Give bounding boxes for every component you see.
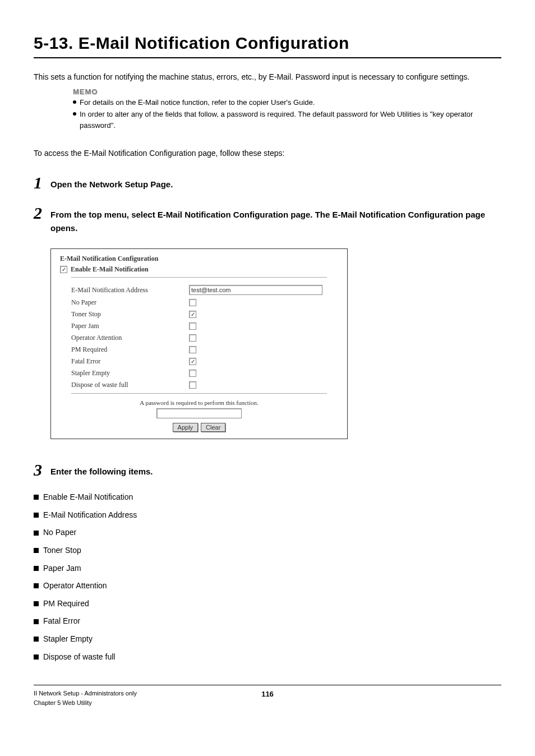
option-row: Dispose of waste full bbox=[60, 379, 338, 391]
memo-text: In order to alter any of the fields that… bbox=[80, 109, 501, 132]
memo-text: For details on the E-Mail notice functio… bbox=[80, 97, 315, 109]
list-item: Stapler Empty bbox=[34, 634, 501, 645]
list-item: Paper Jam bbox=[34, 563, 501, 574]
square-bullet-icon bbox=[34, 531, 39, 536]
step-number: 3 bbox=[34, 462, 50, 478]
list-item-text: Enable E-Mail Notification bbox=[43, 492, 133, 503]
option-checkbox[interactable] bbox=[189, 381, 196, 389]
password-input[interactable] bbox=[156, 408, 242, 418]
page-footer: II Network Setup - Administrators only C… bbox=[34, 689, 501, 707]
option-row: Fatal Error ✓ bbox=[60, 356, 338, 367]
memo-item: In order to alter any of the fields that… bbox=[73, 109, 501, 132]
list-item: PM Required bbox=[34, 598, 501, 610]
list-item: E-Mail Notification Address bbox=[34, 510, 501, 521]
option-row: Operator Attention bbox=[60, 332, 338, 344]
step-text: Enter the following items. bbox=[50, 465, 153, 478]
step-number: 2 bbox=[34, 205, 50, 222]
option-checkbox[interactable] bbox=[189, 334, 196, 342]
bullet-icon bbox=[73, 112, 76, 116]
enable-label: Enable E-Mail Notification bbox=[71, 265, 149, 274]
form-heading: E-Mail Notification Configuration bbox=[60, 255, 338, 263]
option-checkbox[interactable] bbox=[189, 299, 196, 306]
option-label: Operator Attention bbox=[71, 334, 189, 342]
square-bullet-icon bbox=[34, 548, 39, 553]
bullet-icon bbox=[73, 100, 76, 104]
title-rule bbox=[34, 57, 501, 58]
apply-button[interactable]: Apply bbox=[173, 423, 199, 432]
list-item: Enable E-Mail Notification bbox=[34, 492, 501, 503]
option-checkbox[interactable] bbox=[189, 370, 196, 377]
step-1: 1 Open the Network Setup Page. bbox=[34, 174, 501, 191]
option-checkbox[interactable]: ✓ bbox=[189, 311, 196, 318]
step-2: 2 From the top menu, select E-Mail Notif… bbox=[34, 205, 501, 235]
option-row: No Paper bbox=[60, 297, 338, 308]
option-row: PM Required bbox=[60, 344, 338, 356]
list-item-text: Toner Stop bbox=[43, 545, 81, 556]
option-label: PM Required bbox=[71, 345, 189, 354]
square-bullet-icon bbox=[34, 495, 39, 500]
access-line: To access the E-Mail Notification Config… bbox=[34, 149, 501, 158]
list-item-text: Stapler Empty bbox=[43, 634, 93, 645]
square-bullet-icon bbox=[34, 513, 39, 518]
option-row: Stapler Empty bbox=[60, 367, 338, 379]
list-item: Operator Attention bbox=[34, 580, 501, 592]
password-message: A password is required to perform this f… bbox=[60, 399, 338, 406]
option-label: Fatal Error bbox=[71, 357, 189, 366]
option-label: Dispose of waste full bbox=[71, 381, 189, 389]
list-item: Toner Stop bbox=[34, 545, 501, 556]
address-row: E-Mail Notification Address test@test.co… bbox=[60, 283, 338, 297]
option-row: Paper Jam bbox=[60, 320, 338, 332]
button-row: Apply Clear bbox=[60, 423, 338, 432]
step-3: 3 Enter the following items. bbox=[34, 462, 501, 478]
list-item-text: Paper Jam bbox=[43, 563, 81, 574]
step-number: 1 bbox=[34, 174, 50, 191]
enable-row: ✓ Enable E-Mail Notification bbox=[60, 265, 338, 274]
enable-checkbox[interactable]: ✓ bbox=[60, 266, 67, 273]
list-item: Dispose of waste full bbox=[34, 652, 501, 663]
square-bullet-icon bbox=[34, 601, 39, 606]
square-bullet-icon bbox=[34, 637, 39, 642]
list-item-text: No Paper bbox=[43, 527, 76, 538]
option-checkbox[interactable]: ✓ bbox=[189, 358, 196, 365]
option-label: Paper Jam bbox=[71, 322, 189, 330]
square-bullet-icon bbox=[34, 654, 39, 660]
option-label: Stapler Empty bbox=[71, 369, 189, 377]
list-item-text: Fatal Error bbox=[43, 616, 80, 627]
memo-block: MEMO For details on the E-Mail notice fu… bbox=[73, 87, 501, 132]
option-row: Toner Stop ✓ bbox=[60, 308, 338, 320]
address-input[interactable]: test@test.com bbox=[189, 285, 322, 295]
document-page: 5-13. E-Mail Notification Configuration … bbox=[0, 0, 535, 724]
divider bbox=[71, 393, 327, 394]
step-text: Open the Network Setup Page. bbox=[50, 178, 173, 191]
step-text: From the top menu, select E-Mail Notific… bbox=[50, 208, 501, 235]
config-form-screenshot: E-Mail Notification Configuration ✓ Enab… bbox=[50, 248, 348, 439]
page-title: 5-13. E-Mail Notification Configuration bbox=[34, 34, 501, 53]
option-checkbox[interactable] bbox=[189, 322, 196, 330]
option-checkbox[interactable] bbox=[189, 346, 196, 353]
list-item-text: E-Mail Notification Address bbox=[43, 510, 137, 521]
list-item: Fatal Error bbox=[34, 616, 501, 627]
intro-paragraph: This sets a function for notifying the m… bbox=[34, 71, 501, 84]
footer-rule bbox=[34, 685, 501, 685]
items-list: Enable E-Mail Notification E-Mail Notifi… bbox=[34, 492, 501, 662]
address-label: E-Mail Notification Address bbox=[71, 286, 189, 294]
option-label: Toner Stop bbox=[71, 310, 189, 319]
square-bullet-icon bbox=[34, 566, 39, 571]
square-bullet-icon bbox=[34, 583, 39, 588]
list-item: No Paper bbox=[34, 527, 501, 538]
memo-label: MEMO bbox=[73, 87, 501, 96]
page-number: 116 bbox=[261, 689, 274, 700]
divider bbox=[71, 277, 327, 278]
square-bullet-icon bbox=[34, 619, 39, 624]
list-item-text: Operator Attention bbox=[43, 580, 107, 592]
list-item-text: PM Required bbox=[43, 598, 89, 610]
memo-item: For details on the E-Mail notice functio… bbox=[73, 97, 501, 109]
clear-button[interactable]: Clear bbox=[201, 423, 225, 432]
option-label: No Paper bbox=[71, 298, 189, 307]
list-item-text: Dispose of waste full bbox=[43, 652, 115, 663]
